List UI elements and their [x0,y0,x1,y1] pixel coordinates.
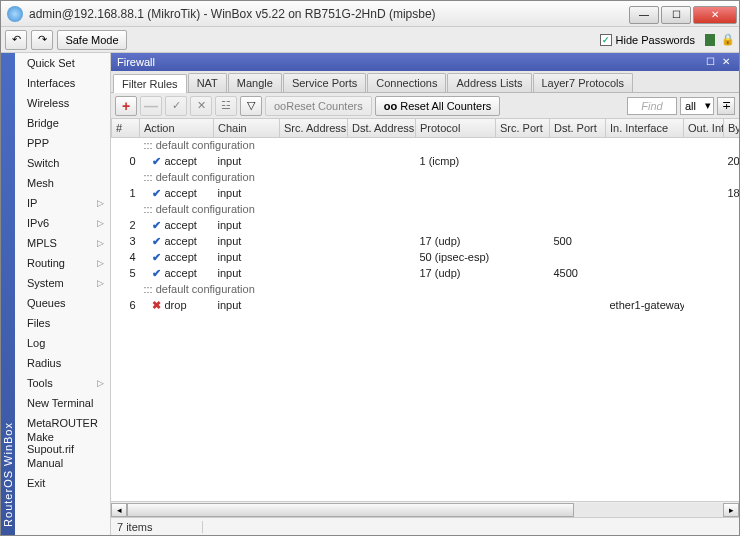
tab-service-ports[interactable]: Service Ports [283,73,366,92]
table-row[interactable]: 1✔acceptinput1843. [112,185,740,201]
disable-button[interactable]: ✕ [190,96,212,116]
tab-connections[interactable]: Connections [367,73,446,92]
sidebar-item-files[interactable]: Files [15,313,110,333]
horizontal-scrollbar[interactable]: ◂ ▸ [111,501,739,517]
reset-all-counters-button[interactable]: oo Reset All Counters [375,96,501,116]
section-row: ::: default configuration [112,201,740,217]
panel-toolbar: + — ✓ ✕ ☳ ▽ oo Reset Counters oo Reset A… [111,93,739,119]
sidebar-item-ppp[interactable]: PPP [15,133,110,153]
column-header[interactable]: Src. Port [496,119,550,137]
table-row[interactable]: 4✔acceptinput50 (ipsec-esp) [112,249,740,265]
lock-icon: 🔒 [721,33,735,46]
statusbar: 7 items [111,517,739,535]
tab-nat[interactable]: NAT [188,73,227,92]
chevron-down-icon: ∓ [722,99,731,112]
add-button[interactable]: + [115,96,137,116]
sidebar-item-exit[interactable]: Exit [15,473,110,493]
submenu-arrow-icon: ▷ [97,278,104,288]
sidebar-item-wireless[interactable]: Wireless [15,93,110,113]
maximize-button[interactable]: ☐ [661,6,691,24]
submenu-arrow-icon: ▷ [97,238,104,248]
tab-layer7-protocols[interactable]: Layer7 Protocols [533,73,634,92]
column-header[interactable]: Out. Int... [684,119,724,137]
panel-minimize-icon[interactable]: ☐ [703,55,717,69]
sidebar-item-new-terminal[interactable]: New Terminal [15,393,110,413]
content-area: Firewall ☐ ✕ Filter RulesNATMangleServic… [111,53,739,535]
window-title: admin@192.168.88.1 (MikroTik) - WinBox v… [29,7,629,21]
sidebar-item-ipv6[interactable]: IPv6▷ [15,213,110,233]
tab-filter-rules[interactable]: Filter Rules [113,74,187,93]
comment-button[interactable]: ☳ [215,96,237,116]
submenu-arrow-icon: ▷ [97,198,104,208]
sidebar-item-switch[interactable]: Switch [15,153,110,173]
chevron-down-icon: ▾ [705,99,711,112]
section-row: ::: default configuration [112,281,740,297]
scroll-right-icon[interactable]: ▸ [723,503,739,517]
section-row: ::: default configuration [112,137,740,153]
panel-close-icon[interactable]: ✕ [719,55,733,69]
checkbox-icon: ✓ [600,34,612,46]
sidebar-item-ip[interactable]: IP▷ [15,193,110,213]
enable-button[interactable]: ✓ [165,96,187,116]
status-indicator-icon [705,34,715,46]
accept-icon: ✔ [152,251,161,264]
submenu-arrow-icon: ▷ [97,218,104,228]
column-header[interactable]: Chain [214,119,280,137]
column-header[interactable]: # [112,119,140,137]
sidebar-item-make-supout.rif[interactable]: Make Supout.rif [15,433,110,453]
column-header[interactable]: In. Interface [606,119,684,137]
hide-passwords-toggle[interactable]: ✓ Hide Passwords [600,34,695,46]
drop-icon: ✖ [152,299,161,312]
titlebar: admin@192.168.88.1 (MikroTik) - WinBox v… [1,1,739,27]
minimize-button[interactable]: — [629,6,659,24]
accept-icon: ✔ [152,155,161,168]
scroll-left-icon[interactable]: ◂ [111,503,127,517]
submenu-arrow-icon: ▷ [97,378,104,388]
sidebar-item-tools[interactable]: Tools▷ [15,373,110,393]
sidebar-item-system[interactable]: System▷ [15,273,110,293]
accept-icon: ✔ [152,267,161,280]
sidebar-item-queues[interactable]: Queues [15,293,110,313]
sidebar-item-interfaces[interactable]: Interfaces [15,73,110,93]
main-window: admin@192.168.88.1 (MikroTik) - WinBox v… [0,0,740,536]
sidebar-item-quick-set[interactable]: Quick Set [15,53,110,73]
filter-dropdown[interactable]: all▾ [680,97,714,115]
column-header[interactable]: Src. Address [280,119,348,137]
sidebar-item-radius[interactable]: Radius [15,353,110,373]
close-button[interactable]: ✕ [693,6,737,24]
undo-button[interactable]: ↶ [5,30,27,50]
safe-mode-button[interactable]: Safe Mode [57,30,127,50]
column-header[interactable]: Dst. Port [550,119,606,137]
remove-button[interactable]: — [140,96,162,116]
panel-title: Firewall [117,56,155,68]
reset-counters-button[interactable]: oo Reset Counters [265,96,372,116]
table-row[interactable]: 3✔acceptinput17 (udp)500 [112,233,740,249]
submenu-arrow-icon: ▷ [97,258,104,268]
table-row[interactable]: 0✔acceptinput1 (icmp)201. [112,153,740,169]
filter-button[interactable]: ▽ [240,96,262,116]
tab-address-lists[interactable]: Address Lists [447,73,531,92]
sidebar-item-metarouter[interactable]: MetaROUTER [15,413,110,433]
app-icon [7,6,23,22]
sidebar-item-mesh[interactable]: Mesh [15,173,110,193]
tabs: Filter RulesNATMangleService PortsConnec… [111,71,739,93]
rules-grid[interactable]: #ActionChainSrc. AddressDst. AddressProt… [111,119,739,501]
app-toolbar: ↶ ↷ Safe Mode ✓ Hide Passwords 🔒 [1,27,739,53]
sidebar-item-bridge[interactable]: Bridge [15,113,110,133]
sidebar-item-routing[interactable]: Routing▷ [15,253,110,273]
sidebar-item-log[interactable]: Log [15,333,110,353]
sidebar-item-mpls[interactable]: MPLS▷ [15,233,110,253]
sidebar-item-manual[interactable]: Manual [15,453,110,473]
tab-mangle[interactable]: Mangle [228,73,282,92]
table-row[interactable]: 2✔acceptinput [112,217,740,233]
section-row: ::: default configuration [112,169,740,185]
extra-dropdown[interactable]: ∓ [717,97,735,115]
column-header[interactable]: Dst. Address [348,119,416,137]
table-row[interactable]: 5✔acceptinput17 (udp)4500 [112,265,740,281]
column-header[interactable]: Protocol [416,119,496,137]
column-header[interactable]: Action [140,119,214,137]
redo-button[interactable]: ↷ [31,30,53,50]
table-row[interactable]: 6✖dropinputether1-gateway1 [112,297,740,313]
column-header[interactable]: By [724,119,740,137]
find-input[interactable]: Find [627,97,677,115]
